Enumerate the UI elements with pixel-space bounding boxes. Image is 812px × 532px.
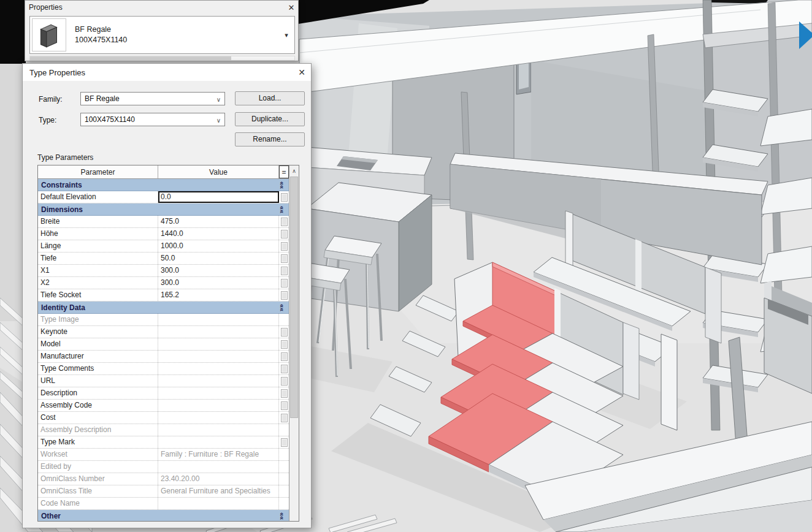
param-value[interactable]: 1440.0: [158, 228, 279, 240]
associate-param-button[interactable]: [281, 193, 288, 202]
param-value[interactable]: [158, 387, 279, 399]
type-selector[interactable]: BF Regale 100X475X1140 ▾: [29, 16, 295, 54]
associate-param-cell: [279, 363, 289, 374]
close-icon[interactable]: ✕: [293, 67, 311, 77]
param-row[interactable]: Assembly Code: [38, 400, 289, 412]
section-header[interactable]: Identity Data««: [38, 302, 289, 314]
param-value[interactable]: 1000.0: [158, 240, 279, 252]
param-name: Höhe: [38, 228, 158, 240]
family-combobox[interactable]: BF Regale ∨: [80, 92, 225, 105]
param-row[interactable]: X2300.0: [38, 277, 289, 289]
section-header[interactable]: Constraints««: [38, 179, 289, 191]
param-value[interactable]: 300.0: [158, 265, 279, 276]
associate-param-button[interactable]: [281, 254, 288, 263]
param-value[interactable]: 475.0: [158, 216, 279, 227]
associate-param-button[interactable]: [281, 230, 288, 238]
param-value[interactable]: 165.2: [158, 289, 279, 301]
param-row[interactable]: Tiefe50.0: [38, 253, 289, 265]
associate-param-button[interactable]: [281, 401, 288, 410]
param-row[interactable]: Type Image: [38, 314, 289, 326]
associate-param-button[interactable]: [281, 352, 288, 361]
param-row[interactable]: Description: [38, 387, 289, 400]
collapse-icon[interactable]: ««: [278, 304, 286, 311]
dialog-titlebar[interactable]: Type Properties ✕: [23, 64, 311, 81]
param-name: Description: [38, 387, 158, 399]
param-row[interactable]: WorksetFamily : Furniture : BF Regale: [38, 449, 289, 461]
param-row[interactable]: Assembly Description: [38, 424, 289, 436]
duplicate-button[interactable]: Duplicate...: [235, 112, 305, 126]
param-row[interactable]: Höhe1440.0: [38, 228, 289, 240]
param-row[interactable]: Cost: [38, 412, 289, 424]
scrollbar-thumb[interactable]: [30, 56, 231, 60]
associate-param-button[interactable]: [281, 291, 288, 300]
param-value[interactable]: [158, 436, 279, 448]
param-row[interactable]: Breite475.0: [38, 216, 289, 228]
associate-param-cell: [279, 253, 289, 264]
section-header[interactable]: Other««: [38, 510, 289, 522]
param-value: 23.40.20.00: [158, 473, 279, 485]
param-row[interactable]: Type Mark: [38, 436, 289, 449]
palette-horizontal-scrollbar[interactable]: [29, 56, 295, 61]
param-value[interactable]: [158, 338, 279, 350]
associate-param-button[interactable]: [281, 267, 288, 275]
param-value[interactable]: [158, 375, 279, 387]
param-row[interactable]: Tiefe Socket165.2: [38, 289, 289, 302]
param-row[interactable]: OmniClass Number23.40.20.00: [38, 473, 289, 485]
param-value[interactable]: 50.0: [158, 253, 279, 264]
collapse-icon[interactable]: ««: [278, 181, 286, 189]
param-row[interactable]: Keynote: [38, 326, 289, 338]
param-value[interactable]: [158, 351, 279, 362]
type-combobox[interactable]: 100X475X1140 ∨: [80, 113, 225, 126]
application-window: Properties ✕ BF Regale 100X475X1140 ▾ Ty…: [0, 0, 812, 532]
param-row[interactable]: Manufacturer: [38, 351, 289, 363]
param-row[interactable]: Type Comments: [38, 363, 289, 375]
close-icon[interactable]: ✕: [285, 3, 298, 12]
param-value[interactable]: 300.0: [158, 277, 279, 289]
param-row[interactable]: Edited by: [38, 461, 289, 473]
associate-param-button[interactable]: [281, 279, 288, 287]
param-row[interactable]: Länge1000.0: [38, 240, 289, 253]
associate-param-button[interactable]: [281, 328, 288, 336]
section-header[interactable]: Dimensions««: [38, 203, 289, 216]
param-value[interactable]: [158, 400, 279, 411]
table-vertical-scrollbar[interactable]: ∧: [289, 165, 299, 521]
param-row[interactable]: Code Name: [38, 498, 289, 510]
param-row[interactable]: OmniClass TitleGeneral Furniture and Spe…: [38, 485, 289, 498]
associate-param-button[interactable]: [281, 242, 288, 251]
param-row[interactable]: X1300.0: [38, 265, 289, 277]
param-value[interactable]: [158, 412, 279, 424]
param-row[interactable]: Model: [38, 338, 289, 351]
associate-param-button[interactable]: [281, 377, 288, 386]
associate-param-button[interactable]: [281, 365, 288, 373]
param-value[interactable]: [158, 326, 279, 338]
properties-palette-titlebar[interactable]: Properties ✕: [25, 1, 298, 14]
associate-param-cell: [279, 240, 289, 252]
param-row[interactable]: Default Elevation0.0: [38, 191, 289, 203]
type-parameters-table: Parameter Value = Constraints««Default E…: [37, 165, 299, 522]
selected-family: BF Regale: [75, 25, 278, 35]
associate-param-button[interactable]: [281, 414, 288, 422]
associate-param-button[interactable]: [281, 218, 288, 226]
associate-param-cell: [279, 436, 289, 448]
parameter-column-header[interactable]: Parameter: [38, 165, 158, 178]
param-value[interactable]: 0.0: [158, 191, 279, 203]
load-button[interactable]: Load...: [235, 91, 305, 105]
associate-param-button[interactable]: [281, 438, 288, 447]
properties-palette-title: Properties: [25, 3, 285, 12]
param-value: [158, 314, 279, 325]
param-value[interactable]: [158, 363, 279, 374]
collapse-icon[interactable]: ««: [278, 512, 286, 520]
associate-param-button[interactable]: [281, 389, 288, 398]
chevron-down-icon: ∨: [216, 94, 221, 106]
type-selector-dropdown-icon[interactable]: ▾: [278, 31, 294, 39]
scrollbar-thumb[interactable]: [290, 177, 298, 418]
value-column-header[interactable]: Value: [158, 165, 279, 178]
collapse-icon[interactable]: ««: [278, 206, 286, 213]
param-name: Workset: [38, 449, 158, 460]
param-name: Tiefe: [38, 253, 158, 264]
scroll-up-icon[interactable]: ∧: [289, 165, 299, 176]
associate-param-button[interactable]: [281, 340, 288, 349]
rename-button[interactable]: Rename...: [235, 132, 305, 146]
associate-param-cell: [279, 449, 289, 460]
param-row[interactable]: URL: [38, 375, 289, 387]
